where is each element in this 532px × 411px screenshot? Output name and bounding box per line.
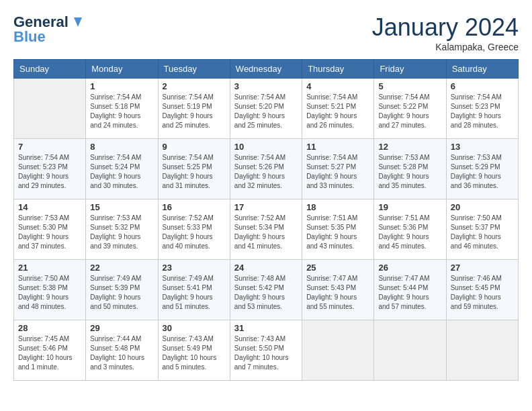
day-number: 29 (90, 323, 153, 333)
calendar-cell: 13Sunrise: 7:53 AM Sunset: 5:29 PM Dayli… (446, 139, 518, 199)
calendar-cell (302, 320, 374, 381)
calendar-cell: 3Sunrise: 7:54 AM Sunset: 5:20 PM Daylig… (230, 79, 302, 139)
cell-info: Sunrise: 7:54 AM Sunset: 5:18 PM Dayligh… (90, 93, 153, 130)
calendar-cell: 14Sunrise: 7:53 AM Sunset: 5:30 PM Dayli… (14, 199, 86, 260)
calendar-cell (14, 79, 86, 139)
day-number: 2 (163, 81, 226, 91)
cell-info: Sunrise: 7:52 AM Sunset: 5:33 PM Dayligh… (163, 214, 226, 251)
cell-info: Sunrise: 7:47 AM Sunset: 5:44 PM Dayligh… (378, 274, 441, 312)
calendar-table: SundayMondayTuesdayWednesdayThursdayFrid… (13, 59, 519, 381)
weekday-header: Tuesday (158, 60, 230, 79)
day-number: 1 (90, 81, 153, 91)
calendar-cell: 31Sunrise: 7:43 AM Sunset: 5:50 PM Dayli… (230, 320, 302, 381)
day-number: 15 (90, 202, 153, 212)
calendar-cell: 9Sunrise: 7:54 AM Sunset: 5:25 PM Daylig… (158, 139, 230, 199)
cell-info: Sunrise: 7:49 AM Sunset: 5:41 PM Dayligh… (163, 274, 226, 312)
calendar-cell: 25Sunrise: 7:47 AM Sunset: 5:43 PM Dayli… (302, 260, 374, 320)
cell-info: Sunrise: 7:54 AM Sunset: 5:23 PM Dayligh… (451, 93, 514, 130)
calendar-cell: 20Sunrise: 7:50 AM Sunset: 5:37 PM Dayli… (446, 199, 518, 260)
calendar-cell: 15Sunrise: 7:53 AM Sunset: 5:32 PM Dayli… (86, 199, 158, 260)
weekday-header: Monday (86, 60, 158, 79)
calendar-cell: 1Sunrise: 7:54 AM Sunset: 5:18 PM Daylig… (86, 79, 158, 139)
calendar-cell: 12Sunrise: 7:53 AM Sunset: 5:28 PM Dayli… (374, 139, 446, 199)
page-header: General Blue January 2024 Kalampaka, Gre… (13, 13, 519, 52)
calendar-cell: 19Sunrise: 7:51 AM Sunset: 5:36 PM Dayli… (374, 199, 446, 260)
logo-icon (69, 15, 83, 30)
cell-info: Sunrise: 7:52 AM Sunset: 5:34 PM Dayligh… (234, 214, 298, 251)
cell-info: Sunrise: 7:48 AM Sunset: 5:42 PM Dayligh… (234, 274, 298, 312)
day-number: 12 (378, 142, 441, 152)
weekday-header-row: SundayMondayTuesdayWednesdayThursdayFrid… (14, 60, 519, 79)
logo: General Blue (13, 13, 83, 46)
calendar-cell: 27Sunrise: 7:46 AM Sunset: 5:45 PM Dayli… (446, 260, 518, 320)
day-number: 20 (451, 202, 514, 212)
calendar-cell: 30Sunrise: 7:43 AM Sunset: 5:49 PM Dayli… (158, 320, 230, 381)
day-number: 26 (378, 263, 441, 273)
cell-info: Sunrise: 7:45 AM Sunset: 5:46 PM Dayligh… (18, 334, 81, 372)
cell-info: Sunrise: 7:54 AM Sunset: 5:22 PM Dayligh… (378, 93, 441, 130)
calendar-cell: 7Sunrise: 7:54 AM Sunset: 5:23 PM Daylig… (14, 139, 86, 199)
day-number: 7 (18, 142, 81, 152)
weekday-header: Saturday (446, 60, 518, 79)
calendar-cell: 11Sunrise: 7:54 AM Sunset: 5:27 PM Dayli… (302, 139, 374, 199)
title-block: January 2024 Kalampaka, Greece (372, 13, 519, 52)
day-number: 4 (306, 81, 369, 91)
calendar-week-row: 21Sunrise: 7:50 AM Sunset: 5:38 PM Dayli… (14, 260, 519, 320)
cell-info: Sunrise: 7:44 AM Sunset: 5:48 PM Dayligh… (90, 334, 153, 372)
cell-info: Sunrise: 7:54 AM Sunset: 5:21 PM Dayligh… (306, 93, 369, 130)
day-number: 6 (451, 81, 514, 91)
calendar-week-row: 1Sunrise: 7:54 AM Sunset: 5:18 PM Daylig… (14, 79, 519, 139)
cell-info: Sunrise: 7:53 AM Sunset: 5:32 PM Dayligh… (90, 214, 153, 251)
calendar-cell: 4Sunrise: 7:54 AM Sunset: 5:21 PM Daylig… (302, 79, 374, 139)
day-number: 18 (306, 202, 369, 212)
calendar-week-row: 14Sunrise: 7:53 AM Sunset: 5:30 PM Dayli… (14, 199, 519, 260)
calendar-week-row: 7Sunrise: 7:54 AM Sunset: 5:23 PM Daylig… (14, 139, 519, 199)
day-number: 19 (378, 202, 441, 212)
cell-info: Sunrise: 7:54 AM Sunset: 5:20 PM Dayligh… (234, 93, 298, 130)
cell-info: Sunrise: 7:50 AM Sunset: 5:37 PM Dayligh… (451, 214, 514, 251)
cell-info: Sunrise: 7:49 AM Sunset: 5:39 PM Dayligh… (90, 274, 153, 312)
day-number: 3 (234, 81, 298, 91)
calendar-cell: 18Sunrise: 7:51 AM Sunset: 5:35 PM Dayli… (302, 199, 374, 260)
day-number: 13 (451, 142, 514, 152)
calendar-cell: 22Sunrise: 7:49 AM Sunset: 5:39 PM Dayli… (86, 260, 158, 320)
calendar-cell: 21Sunrise: 7:50 AM Sunset: 5:38 PM Dayli… (14, 260, 86, 320)
day-number: 16 (163, 202, 226, 212)
calendar-cell: 17Sunrise: 7:52 AM Sunset: 5:34 PM Dayli… (230, 199, 302, 260)
cell-info: Sunrise: 7:54 AM Sunset: 5:27 PM Dayligh… (306, 153, 369, 191)
cell-info: Sunrise: 7:43 AM Sunset: 5:49 PM Dayligh… (163, 334, 226, 372)
calendar-cell: 29Sunrise: 7:44 AM Sunset: 5:48 PM Dayli… (86, 320, 158, 381)
calendar-cell: 2Sunrise: 7:54 AM Sunset: 5:19 PM Daylig… (158, 79, 230, 139)
day-number: 30 (163, 323, 226, 333)
day-number: 24 (234, 263, 298, 273)
calendar-cell (374, 320, 446, 381)
day-number: 5 (378, 81, 441, 91)
cell-info: Sunrise: 7:47 AM Sunset: 5:43 PM Dayligh… (306, 274, 369, 312)
day-number: 10 (234, 142, 298, 152)
calendar-cell: 10Sunrise: 7:54 AM Sunset: 5:26 PM Dayli… (230, 139, 302, 199)
calendar-cell: 24Sunrise: 7:48 AM Sunset: 5:42 PM Dayli… (230, 260, 302, 320)
day-number: 11 (306, 142, 369, 152)
cell-info: Sunrise: 7:46 AM Sunset: 5:45 PM Dayligh… (451, 274, 514, 312)
day-number: 22 (90, 263, 153, 273)
weekday-header: Sunday (14, 60, 86, 79)
cell-info: Sunrise: 7:54 AM Sunset: 5:25 PM Dayligh… (163, 153, 226, 191)
calendar-cell: 8Sunrise: 7:54 AM Sunset: 5:24 PM Daylig… (86, 139, 158, 199)
cell-info: Sunrise: 7:54 AM Sunset: 5:24 PM Dayligh… (90, 153, 153, 191)
weekday-header: Thursday (302, 60, 374, 79)
calendar-week-row: 28Sunrise: 7:45 AM Sunset: 5:46 PM Dayli… (14, 320, 519, 381)
cell-info: Sunrise: 7:53 AM Sunset: 5:30 PM Dayligh… (18, 214, 81, 251)
cell-info: Sunrise: 7:51 AM Sunset: 5:36 PM Dayligh… (378, 214, 441, 251)
cell-info: Sunrise: 7:53 AM Sunset: 5:28 PM Dayligh… (378, 153, 441, 191)
cell-info: Sunrise: 7:43 AM Sunset: 5:50 PM Dayligh… (234, 334, 298, 372)
day-number: 25 (306, 263, 369, 273)
day-number: 14 (18, 202, 81, 212)
calendar-cell: 16Sunrise: 7:52 AM Sunset: 5:33 PM Dayli… (158, 199, 230, 260)
calendar-cell: 5Sunrise: 7:54 AM Sunset: 5:22 PM Daylig… (374, 79, 446, 139)
day-number: 9 (163, 142, 226, 152)
calendar-cell (446, 320, 518, 381)
calendar-cell: 23Sunrise: 7:49 AM Sunset: 5:41 PM Dayli… (158, 260, 230, 320)
calendar-cell: 6Sunrise: 7:54 AM Sunset: 5:23 PM Daylig… (446, 79, 518, 139)
cell-info: Sunrise: 7:54 AM Sunset: 5:19 PM Dayligh… (163, 93, 226, 130)
day-number: 8 (90, 142, 153, 152)
